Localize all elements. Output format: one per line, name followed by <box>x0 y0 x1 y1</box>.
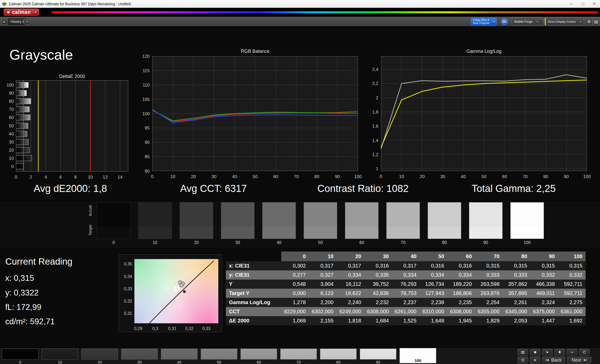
table-cell: 2,200 <box>309 299 337 305</box>
grayscale-patch-90[interactable] <box>360 349 396 360</box>
loop-button[interactable]: ∞ <box>567 349 577 356</box>
grayscale-patch-20[interactable] <box>81 349 118 360</box>
back-button[interactable]: Back <box>542 357 565 363</box>
table-cell: 0,302 <box>281 263 309 269</box>
svg-text:6: 6 <box>59 175 62 180</box>
calman-menu-button[interactable]: calman ▾ <box>4 9 39 16</box>
table-cell: 3,904 <box>309 281 337 287</box>
swatch-70 <box>386 202 420 239</box>
swatch-actual <box>97 202 130 226</box>
close-button[interactable]: × <box>588 0 600 8</box>
grayscale-patch-60[interactable] <box>240 349 277 360</box>
grayscale-patch-50[interactable] <box>201 349 237 360</box>
swatch-actual <box>138 202 172 226</box>
table-cell: 8229,000 <box>281 309 309 315</box>
meter-select-button[interactable]: X-Rite i1Pro 3 Rear Projector ▾ <box>471 18 497 25</box>
grayscale-patch-70[interactable] <box>280 349 317 360</box>
table-row: y: CIE310,2770,3270,3340,3350,3340,3340,… <box>226 270 586 280</box>
read-button[interactable] <box>518 349 528 356</box>
grayscale-patch-10[interactable] <box>42 349 78 360</box>
chevron-down-icon[interactable]: ▾ <box>492 20 496 23</box>
gamma-chart-title: Gamma Log/Log <box>381 49 587 54</box>
svg-text:10: 10 <box>9 156 14 161</box>
stop-pattern-button[interactable] <box>518 357 528 363</box>
source-select-button[interactable]: Mobile Forge ▾ <box>512 18 543 25</box>
maximize-button[interactable]: □ <box>577 0 588 8</box>
table-cell: 469,011 <box>530 290 558 296</box>
svg-text:∞: ∞ <box>571 350 574 354</box>
skip-forward-icon <box>583 358 587 362</box>
table-cell: 1,648 <box>420 318 447 324</box>
grayscale-patch-30[interactable] <box>121 349 158 360</box>
table-cell: 42,836 <box>364 290 392 296</box>
layout-button[interactable]: ▤ <box>593 18 599 25</box>
grayscale-patch-80[interactable] <box>320 349 357 360</box>
sound-button[interactable] <box>530 357 540 363</box>
table-header-row: 0102030405060708090100 <box>226 252 586 261</box>
display-control-button[interactable]: Direct Display Control ▾ <box>545 18 584 25</box>
table-cell: 1,069 <box>281 318 309 324</box>
table-cell: 1,684 <box>364 318 392 324</box>
table-cell: 357,862 <box>503 281 530 287</box>
add-history-button[interactable]: + <box>24 19 30 25</box>
grayscale-patch-40[interactable] <box>161 349 198 360</box>
svg-text:0,32: 0,32 <box>124 299 132 303</box>
refresh-button[interactable] <box>579 349 590 356</box>
total-gamma-summary: Total Gamma: 2,25 <box>472 183 556 194</box>
patch-level-label: 70 <box>280 360 317 364</box>
svg-text:1,8: 1,8 <box>372 110 378 115</box>
display-control-label: Direct Display Control <box>548 20 576 23</box>
play-icon <box>546 350 549 354</box>
next-button-label: Next <box>571 357 581 363</box>
current-reading-cd: cd/m²: 592,71 <box>5 317 55 326</box>
reading-dot <box>183 290 186 293</box>
stop-read-button[interactable] <box>530 349 540 356</box>
history-expand-button[interactable]: ▸ <box>2 19 7 25</box>
table-cell: 0,334 <box>447 272 475 278</box>
svg-text:1,6: 1,6 <box>372 124 378 129</box>
svg-text:2,4: 2,4 <box>372 67 378 72</box>
swatch-actual <box>386 202 420 226</box>
table-cell: 0,315 <box>475 263 503 269</box>
next-button[interactable]: Next <box>567 357 591 363</box>
target-marker <box>174 287 179 292</box>
svg-text:110: 110 <box>143 83 150 88</box>
logo-bar: calman ▾ <box>0 8 600 17</box>
grayscale-patch-0[interactable] <box>2 349 38 360</box>
table-cell: 0,000 <box>281 290 309 296</box>
swatch-target <box>221 226 254 239</box>
infinity-icon: ∞ <box>570 350 574 354</box>
swatch-actual <box>469 202 502 226</box>
table-cell: 188,806 <box>447 290 475 296</box>
settings-button[interactable]: ⚙ <box>586 18 592 25</box>
table-cell: 1,278 <box>281 299 309 305</box>
camera-icon <box>521 350 525 354</box>
swatch-target <box>386 226 420 239</box>
continuous-read-button[interactable] <box>542 349 553 356</box>
table-cell: 357,895 <box>503 290 530 296</box>
current-reading-x: x: 0,315 <box>5 274 34 283</box>
svg-text:90: 90 <box>9 91 14 96</box>
table-cell: 0,333 <box>475 272 503 278</box>
table-cell: 1,447 <box>530 318 558 324</box>
table-cell: 1,818 <box>337 318 364 324</box>
svg-text:1: 1 <box>376 166 378 171</box>
svg-text:0,33: 0,33 <box>124 287 132 291</box>
table-cell: 1,692 <box>558 318 586 324</box>
svg-text:100: 100 <box>7 83 14 88</box>
gridlines-and-ticks: 024681012141009080706050403020100 <box>7 80 123 180</box>
svg-text:105: 105 <box>142 97 150 102</box>
swatch-100 <box>510 202 544 239</box>
svg-text:20: 20 <box>191 174 196 179</box>
back-button-label: Back <box>551 357 562 363</box>
table-cell: 6345,000 <box>503 309 530 315</box>
avg-cct-summary: Avg CCT: 6317 <box>180 183 247 194</box>
calman-logo-icon <box>7 10 10 14</box>
swatch-actual <box>180 202 213 226</box>
swatch-0 <box>97 202 131 239</box>
flag-button[interactable] <box>554 349 565 356</box>
minimize-button[interactable]: – <box>565 0 577 8</box>
svg-text:100: 100 <box>583 174 591 179</box>
table-column-header: 20 <box>337 252 364 261</box>
svg-text:40: 40 <box>461 174 466 179</box>
